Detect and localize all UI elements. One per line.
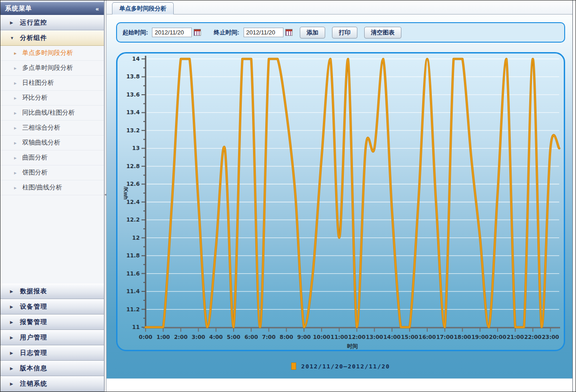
- sidebar-item-1-2[interactable]: ▸日柱图分析: [0, 76, 104, 91]
- y-tick-label: 13.8: [126, 73, 140, 80]
- sidebar-section-top-1[interactable]: ▼分析组件: [0, 30, 104, 46]
- triangle-right-icon: ▶: [10, 335, 15, 340]
- legend-label: 2012/11/20—2012/11/20: [301, 363, 390, 370]
- sidebar-section-label: 注销系统: [20, 380, 47, 388]
- x-tick-label: 8:00: [280, 334, 293, 340]
- sidebar-item-1-8[interactable]: ▸饼图分析: [0, 165, 104, 180]
- sidebar-item-1-9[interactable]: ▸柱图/曲线分析: [0, 180, 104, 195]
- sidebar-item-1-0[interactable]: ▸单点多时间段分析: [0, 46, 104, 61]
- sidebar-menu: ▶运行监控▼分析组件▸单点多时间段分析▸多点单时间段分析▸日柱图分析▸环比分析▸…: [0, 15, 104, 195]
- triangle-down-icon: ▼: [10, 36, 15, 40]
- chevron-right-icon: ▸: [14, 50, 18, 56]
- triangle-right-icon: ▶: [10, 289, 15, 294]
- collapse-sidebar-icon[interactable]: «: [96, 5, 99, 12]
- analysis-line-chart: 1111.211.411.611.81212.212.412.612.81313…: [117, 53, 564, 350]
- end-calendar-icon[interactable]: [285, 29, 293, 36]
- x-tick-label: 10:00: [313, 334, 330, 340]
- sidebar-item-1-4[interactable]: ▸同比曲线/柱图分析: [0, 106, 104, 121]
- y-tick-label: 11.6: [126, 271, 140, 277]
- sidebar-item-label: 双轴曲线分析: [22, 139, 60, 147]
- x-tick-label: 0:00: [139, 334, 152, 340]
- x-axis-title: 时间: [347, 343, 358, 349]
- triangle-right-icon: ▶: [10, 20, 15, 25]
- y-tick-label: 13: [132, 145, 140, 151]
- sidebar: 系统菜单 « ▶运行监控▼分析组件▸单点多时间段分析▸多点单时间段分析▸日柱图分…: [0, 0, 104, 392]
- triangle-right-icon: ▶: [10, 351, 15, 355]
- print-button[interactable]: 打印: [332, 27, 357, 39]
- sidebar-section-bottom-6[interactable]: ▶注销系统: [0, 376, 104, 392]
- sidebar-section-bottom-5[interactable]: ▶版本信息: [0, 361, 104, 376]
- chevron-right-icon: ▸: [14, 140, 18, 146]
- y-tick-label: 12: [132, 235, 140, 241]
- sidebar-item-1-1[interactable]: ▸多点单时间段分析: [0, 61, 104, 76]
- sidebar-subnav: ▸单点多时间段分析▸多点单时间段分析▸日柱图分析▸环比分析▸同比曲线/柱图分析▸…: [0, 46, 104, 195]
- sidebar-item-1-6[interactable]: ▸双轴曲线分析: [0, 136, 104, 150]
- x-tick-label: 6:00: [244, 334, 258, 340]
- y-tick-label: 12.2: [126, 217, 140, 223]
- start-calendar-icon[interactable]: [194, 29, 201, 36]
- x-tick-label: 3:00: [191, 334, 205, 340]
- x-tick-label: 5:00: [227, 334, 240, 340]
- sidebar-section-bottom-0[interactable]: ▶数据报表: [0, 284, 104, 299]
- x-tick-label: 18:00: [454, 334, 471, 340]
- chevron-right-icon: ▸: [14, 185, 18, 191]
- start-time-input[interactable]: [152, 28, 192, 37]
- sidebar-bottom-menu: ▶数据报表▶设备管理▶报警管理▶用户管理▶日志管理▶版本信息▶注销系统: [0, 284, 104, 392]
- y-axis-title: /Kwh: [122, 187, 129, 200]
- end-time-input[interactable]: [244, 28, 283, 37]
- x-tick-label: 23:00: [542, 334, 559, 340]
- sidebar-section-bottom-4[interactable]: ▶日志管理: [0, 345, 104, 361]
- chevron-right-icon: ▸: [14, 125, 18, 131]
- chevron-right-icon: ▸: [14, 155, 18, 161]
- x-tick-label: 1:00: [156, 334, 170, 340]
- sidebar-item-label: 多点单时间段分析: [22, 64, 73, 72]
- tab-label: 单点多时间段分析: [119, 5, 166, 13]
- clear-chart-button[interactable]: 清空图表: [364, 27, 401, 39]
- bottom-strip: [107, 378, 572, 392]
- sidebar-item-label: 饼图分析: [22, 169, 48, 177]
- y-tick-label: 13.4: [126, 109, 140, 116]
- x-tick-label: 7:00: [262, 334, 276, 340]
- sidebar-section-bottom-3[interactable]: ▶用户管理: [0, 330, 104, 345]
- x-tick-label: 14:00: [383, 334, 400, 340]
- sidebar-section-label: 报警管理: [20, 318, 47, 326]
- chart-panel: 1111.211.411.611.81212.212.412.612.81313…: [116, 52, 565, 351]
- sidebar-section-label: 版本信息: [20, 364, 47, 373]
- content-area: 单点多时间段分析 起始时间: 终止时间: 添加打印清空图表 1111.211.4…: [107, 0, 572, 392]
- sidebar-item-label: 柱图/曲线分析: [22, 184, 62, 192]
- sidebar-section-label: 运行监控: [20, 19, 47, 27]
- triangle-right-icon: ▶: [10, 366, 15, 371]
- legend-swatch: [291, 363, 296, 370]
- tab-single-point-multi-period[interactable]: 单点多时间段分析: [112, 2, 174, 15]
- y-tick-label: 11.8: [126, 252, 140, 259]
- x-tick-label: 2:00: [174, 334, 188, 340]
- series-line: [146, 59, 559, 327]
- y-tick-label: 13.6: [126, 92, 140, 98]
- sidebar-item-label: 环比分析: [22, 94, 48, 102]
- y-tick-label: 11.2: [126, 306, 140, 313]
- sidebar-item-1-5[interactable]: ▸三相综合分析: [0, 121, 104, 136]
- sidebar-spacer: [0, 195, 104, 284]
- sidebar-section-bottom-2[interactable]: ▶报警管理: [0, 315, 104, 330]
- x-tick-label: 4:00: [209, 334, 223, 340]
- sidebar-section-label: 用户管理: [20, 334, 47, 342]
- y-tick-label: 11: [132, 324, 140, 330]
- sidebar-item-1-3[interactable]: ▸环比分析: [0, 91, 104, 106]
- splitter-collapse-icon[interactable]: ◂: [104, 191, 107, 198]
- y-tick-label: 11.4: [126, 288, 140, 295]
- x-tick-label: 16:00: [419, 334, 436, 340]
- sidebar-section-top-0[interactable]: ▶运行监控: [0, 15, 104, 30]
- add-button[interactable]: 添加: [300, 27, 325, 39]
- sidebar-item-label: 日柱图分析: [22, 79, 54, 87]
- right-edge-strip: [572, 0, 576, 392]
- triangle-right-icon: ▶: [10, 382, 15, 386]
- sidebar-section-bottom-1[interactable]: ▶设备管理: [0, 299, 104, 315]
- x-tick-label: 22:00: [524, 334, 542, 340]
- x-tick-label: 19:00: [471, 334, 488, 340]
- x-tick-label: 12:00: [348, 334, 366, 340]
- sidebar-item-1-7[interactable]: ▸曲面分析: [0, 150, 104, 165]
- chevron-right-icon: ▸: [14, 65, 18, 71]
- chevron-right-icon: ▸: [14, 170, 18, 176]
- sidebar-section-label: 数据报表: [20, 287, 47, 295]
- sidebar-item-label: 曲面分析: [22, 154, 48, 162]
